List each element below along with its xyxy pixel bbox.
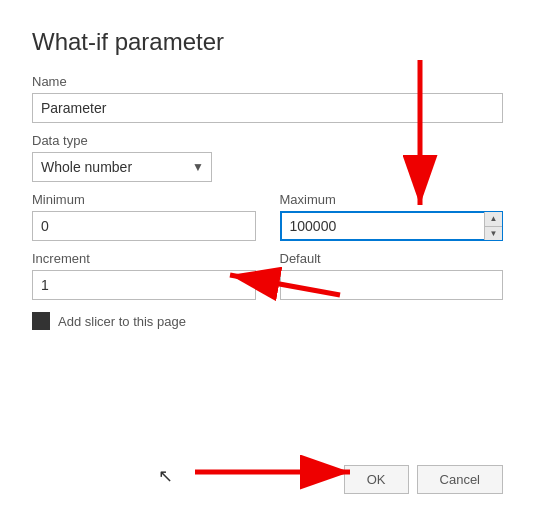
name-input[interactable] xyxy=(32,93,503,123)
spinner-up-button[interactable]: ▲ xyxy=(484,212,502,226)
data-type-field-group: Data type Whole number Decimal number Da… xyxy=(32,133,503,182)
what-if-parameter-dialog: What-if parameter Name Data type Whole n… xyxy=(0,0,535,518)
add-slicer-label: Add slicer to this page xyxy=(58,314,186,329)
increment-input[interactable] xyxy=(32,270,256,300)
dialog-footer: OK Cancel xyxy=(344,465,503,494)
default-label: Default xyxy=(280,251,504,266)
dialog-title: What-if parameter xyxy=(32,28,503,56)
form-section: Name Data type Whole number Decimal numb… xyxy=(32,74,503,346)
increment-label: Increment xyxy=(32,251,256,266)
maximum-spinner: ▲ ▼ xyxy=(280,211,504,241)
data-type-select-wrapper: Whole number Decimal number Date ▼ xyxy=(32,152,212,182)
spinner-down-button[interactable]: ▼ xyxy=(484,226,502,241)
data-type-select[interactable]: Whole number Decimal number Date xyxy=(32,152,212,182)
minimum-label: Minimum xyxy=(32,192,256,207)
increment-default-row: Increment Default xyxy=(32,251,503,310)
data-type-label: Data type xyxy=(32,133,503,148)
spinner-buttons: ▲ ▼ xyxy=(484,212,502,240)
default-field-group: Default xyxy=(280,251,504,300)
minimum-input[interactable] xyxy=(32,211,256,241)
default-input[interactable] xyxy=(280,270,504,300)
increment-field-group: Increment xyxy=(32,251,256,300)
add-slicer-checkbox[interactable] xyxy=(32,312,50,330)
minimum-field-group: Minimum xyxy=(32,192,256,241)
cancel-button[interactable]: Cancel xyxy=(417,465,503,494)
ok-button[interactable]: OK xyxy=(344,465,409,494)
min-max-row: Minimum Maximum ▲ ▼ xyxy=(32,192,503,251)
name-field-group: Name xyxy=(32,74,503,123)
cursor-icon: ↖ xyxy=(158,466,173,486)
maximum-field-group: Maximum ▲ ▼ xyxy=(280,192,504,241)
add-slicer-row: Add slicer to this page xyxy=(32,312,503,330)
maximum-input[interactable] xyxy=(280,211,504,241)
maximum-label: Maximum xyxy=(280,192,504,207)
name-label: Name xyxy=(32,74,503,89)
